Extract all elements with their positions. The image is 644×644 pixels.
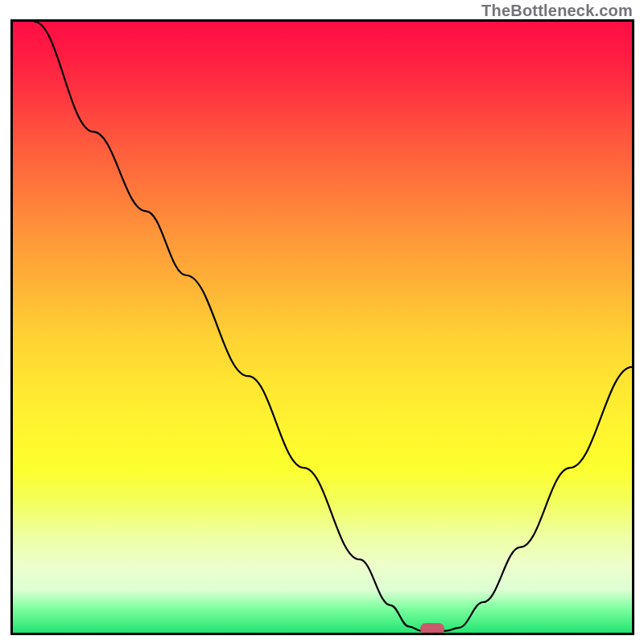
plot-frame [10, 19, 634, 635]
optimal-marker [420, 623, 444, 634]
watermark-text: TheBottleneck.com [481, 2, 633, 20]
bottleneck-curve [13, 22, 632, 633]
